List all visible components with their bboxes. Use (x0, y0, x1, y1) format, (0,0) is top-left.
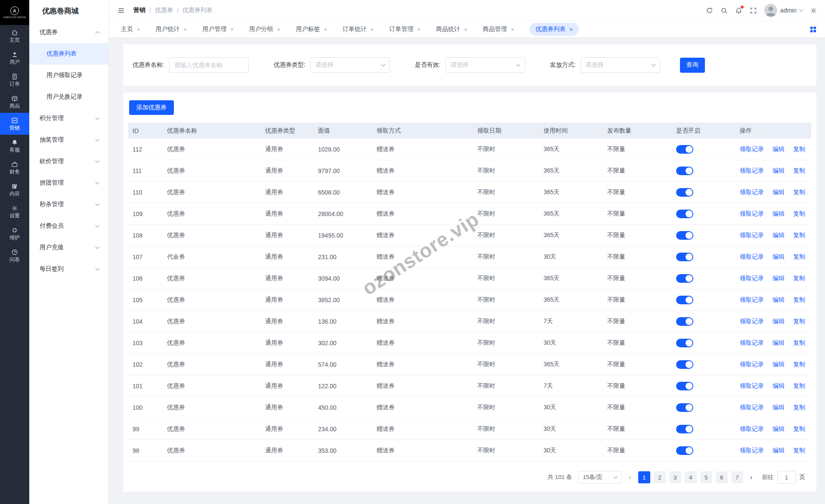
breadcrumb-item[interactable]: 营销 (133, 6, 145, 14)
next-page-button[interactable]: › (749, 473, 754, 482)
claim-records-link[interactable]: 领取记录 (740, 275, 764, 282)
sidebar-menu-item[interactable]: 抽奖管理 (29, 129, 108, 151)
goto-page-input[interactable] (777, 471, 796, 484)
page-number-button[interactable]: 1 (638, 471, 650, 483)
tab-options-grid-icon[interactable] (810, 26, 816, 33)
copy-link[interactable]: 复制 (793, 145, 805, 153)
tab-close-icon[interactable]: × (324, 27, 327, 32)
enable-toggle[interactable] (676, 210, 693, 218)
rail-item-orders[interactable]: 订单 (0, 69, 29, 91)
enable-toggle[interactable] (676, 360, 693, 369)
claim-records-link[interactable]: 领取记录 (740, 145, 764, 153)
copy-link[interactable]: 复制 (793, 189, 805, 196)
edit-link[interactable]: 编辑 (772, 296, 785, 304)
page-number-button[interactable]: 3 (669, 471, 681, 483)
claim-records-link[interactable]: 领取记录 (740, 232, 764, 239)
refresh-icon[interactable] (706, 7, 713, 14)
enable-toggle[interactable] (676, 145, 693, 154)
enable-toggle[interactable] (676, 274, 693, 283)
edit-link[interactable]: 编辑 (772, 189, 785, 196)
sidebar-menu-item[interactable]: 每日签到 (29, 258, 108, 280)
rail-item-service[interactable]: 客服 (0, 135, 29, 157)
search-button[interactable]: 查询 (680, 58, 705, 73)
edit-link[interactable]: 编辑 (772, 361, 785, 368)
tab-close-icon[interactable]: × (371, 27, 374, 32)
rail-item-survey[interactable]: 问卷 (0, 244, 29, 266)
edit-link[interactable]: 编辑 (772, 404, 785, 411)
sidebar-menu-item[interactable]: 用户充值 (29, 237, 108, 258)
enable-toggle[interactable] (676, 296, 693, 304)
sidebar-menu-item[interactable]: 优惠券 (29, 22, 108, 43)
edit-link[interactable]: 编辑 (772, 167, 785, 175)
prev-page-button[interactable]: ‹ (628, 473, 632, 482)
page-size-select[interactable]: 15条/页 (578, 471, 622, 484)
notification-bell-icon[interactable] (735, 7, 742, 14)
claim-records-link[interactable]: 领取记录 (740, 296, 764, 304)
rail-item-finance[interactable]: 财务 (0, 157, 29, 179)
copy-link[interactable]: 复制 (793, 382, 805, 390)
page-number-button[interactable]: 2 (654, 471, 666, 483)
tab[interactable]: 主页 × (121, 25, 140, 33)
copy-link[interactable]: 复制 (793, 210, 805, 218)
edit-link[interactable]: 编辑 (772, 339, 785, 347)
tab[interactable]: 订单管理 × (389, 25, 421, 33)
validity-select[interactable]: 请选择 (445, 57, 525, 73)
copy-link[interactable]: 复制 (793, 447, 805, 455)
sidebar-menu-item[interactable]: 秒杀管理 (29, 194, 108, 215)
page-number-button[interactable]: 5 (700, 471, 712, 483)
tab-close-icon[interactable]: × (511, 27, 514, 32)
tab[interactable]: 用户标签 × (296, 25, 327, 33)
claim-records-link[interactable]: 领取记录 (740, 361, 764, 368)
page-number-button[interactable]: 4 (685, 471, 697, 483)
copy-link[interactable]: 复制 (793, 339, 805, 347)
tab-close-icon[interactable]: × (464, 27, 467, 32)
tab[interactable]: 商品统计 × (436, 25, 467, 33)
tab[interactable]: 用户统计 × (156, 25, 187, 33)
claim-records-link[interactable]: 领取记录 (740, 404, 764, 411)
enable-toggle[interactable] (676, 403, 693, 412)
tab-close-icon[interactable]: × (184, 27, 187, 32)
copy-link[interactable]: 复制 (793, 404, 805, 411)
claim-records-link[interactable]: 领取记录 (740, 167, 764, 175)
rail-item-marketing[interactable]: 营销 (0, 113, 29, 135)
sidebar-menu-item[interactable]: 积分管理 (29, 108, 108, 129)
edit-link[interactable]: 编辑 (772, 382, 785, 390)
copy-link[interactable]: 复制 (793, 296, 805, 304)
fullscreen-icon[interactable] (750, 7, 757, 14)
tab-close-icon[interactable]: × (230, 27, 234, 32)
coupon-type-select[interactable]: 请选择 (310, 57, 390, 73)
tab[interactable]: 用户分组 × (249, 25, 281, 33)
rail-item-users[interactable]: 用户 (0, 47, 29, 69)
copy-link[interactable]: 复制 (793, 253, 805, 261)
rail-item-settings[interactable]: 设置 (0, 201, 29, 223)
sidebar-menu-item[interactable]: 用户领取记录 (29, 65, 108, 86)
claim-records-link[interactable]: 领取记录 (740, 253, 764, 261)
enable-toggle[interactable] (676, 253, 693, 261)
copy-link[interactable]: 复制 (793, 361, 805, 368)
enable-toggle[interactable] (676, 188, 693, 197)
collapse-menu-icon[interactable] (117, 7, 125, 14)
tab-close-icon[interactable]: × (137, 27, 140, 32)
enable-toggle[interactable] (676, 317, 693, 326)
claim-records-link[interactable]: 领取记录 (740, 318, 764, 325)
copy-link[interactable]: 复制 (793, 425, 805, 433)
settings-gear-icon[interactable] (810, 7, 817, 14)
copy-link[interactable]: 复制 (793, 167, 805, 175)
claim-records-link[interactable]: 领取记录 (740, 447, 764, 455)
claim-records-link[interactable]: 领取记录 (740, 425, 764, 433)
page-number-button[interactable]: 7 (731, 471, 743, 483)
brand-logo[interactable]: A AMERICAN DREAM (0, 0, 29, 25)
claim-records-link[interactable]: 领取记录 (740, 339, 764, 347)
enable-toggle[interactable] (676, 446, 693, 455)
add-coupon-button[interactable]: 添加优惠券 (129, 100, 174, 115)
search-icon[interactable] (720, 7, 728, 14)
user-menu[interactable]: admin (764, 4, 803, 17)
rail-item-maintenance[interactable]: 维护 (0, 223, 29, 244)
sidebar-menu-item[interactable]: 付费会员 (29, 215, 108, 237)
breadcrumb-item[interactable]: 优惠券 (155, 6, 173, 14)
sidebar-menu-item[interactable]: 优惠券列表 (29, 43, 108, 65)
breadcrumb-item[interactable]: 优惠券列表 (182, 6, 213, 14)
sidebar-menu-item[interactable]: 用户兑换记录 (29, 86, 108, 108)
sidebar-menu-item[interactable]: 拼团管理 (29, 172, 108, 194)
copy-link[interactable]: 复制 (793, 232, 805, 239)
